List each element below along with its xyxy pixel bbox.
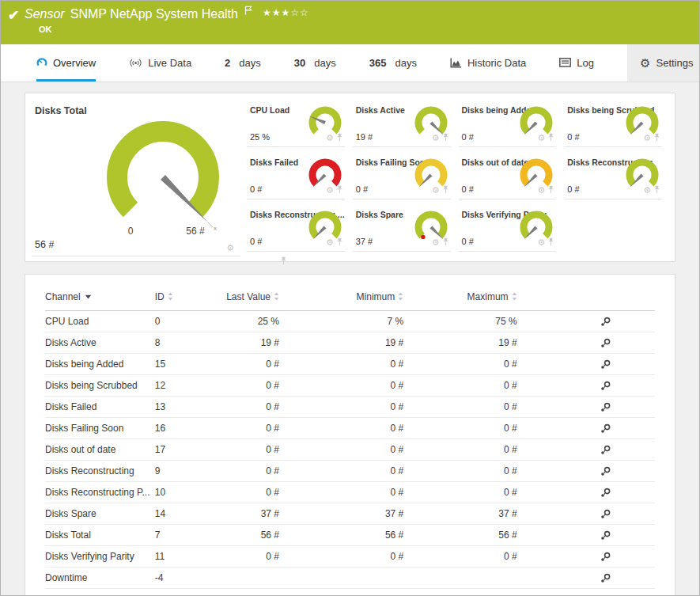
tab-live-data[interactable]: Live Data xyxy=(129,44,191,82)
edit-channel-button[interactable] xyxy=(600,552,611,562)
edit-channel-button[interactable] xyxy=(600,530,611,541)
cell-channel: Disks Total xyxy=(45,530,155,541)
gauge-current-value: 37 # xyxy=(356,237,373,246)
table-row-disks-failing-soon: Disks Failing Soon160 #0 #0 # xyxy=(45,418,655,439)
priority-stars[interactable]: ★★★☆☆ xyxy=(263,7,309,18)
edit-channel-button[interactable] xyxy=(600,338,611,348)
table-row-disks-being-added: Disks being Added150 #0 #0 # xyxy=(45,354,655,375)
column-header-maximum[interactable]: Maximum xyxy=(403,291,516,302)
gauge-pin-icon[interactable] xyxy=(336,235,343,249)
tab-days[interactable]: 30days xyxy=(294,44,336,82)
tab-settings[interactable]: ⚙Settings xyxy=(627,44,700,82)
edit-channel-button[interactable] xyxy=(600,359,611,370)
column-header-label[interactable]: ID xyxy=(155,291,165,302)
sensor-type-label: Sensor xyxy=(25,7,65,21)
pin-icon xyxy=(442,133,449,142)
gauge-current-value: 0 # xyxy=(356,184,368,194)
sort-icon xyxy=(398,292,403,301)
cell-maximum: 0 # xyxy=(403,487,516,498)
column-header-id[interactable]: ID xyxy=(155,291,214,302)
column-header-label[interactable]: Maximum xyxy=(467,291,509,302)
channel-settings-icon xyxy=(600,359,611,370)
channel-settings-icon xyxy=(600,530,611,541)
cell-maximum: 75 % xyxy=(403,316,516,327)
cell-maximum: 0 # xyxy=(403,423,516,434)
edit-channel-button[interactable] xyxy=(600,573,611,583)
cell-id: 14 xyxy=(155,508,214,519)
gauge-gear-icon[interactable]: ⚙ xyxy=(326,186,334,195)
cell-last-value: 0 # xyxy=(214,380,279,391)
gauge-gear-icon[interactable]: ⚙ xyxy=(432,134,440,142)
tab-label-number: 365 xyxy=(369,57,387,69)
gauge-gear-icon[interactable]: ⚙ xyxy=(537,134,545,142)
cell-last-value: 37 # xyxy=(214,508,279,519)
historic-chart-icon xyxy=(450,58,462,68)
cell-last-value: 0 # xyxy=(214,444,279,455)
flag-icon[interactable] xyxy=(244,5,253,19)
log-icon xyxy=(559,58,571,67)
gauge-pin-icon[interactable] xyxy=(653,131,660,145)
tab-days[interactable]: 2days xyxy=(225,44,261,82)
edit-channel-button[interactable] xyxy=(600,509,611,519)
edit-channel-button[interactable] xyxy=(600,423,611,434)
gauge-pin-icon[interactable] xyxy=(547,131,554,145)
gauge-gear-icon[interactable]: ⚙ xyxy=(643,186,651,195)
gauge-current-value: 0 # xyxy=(250,184,262,194)
cell-id: 12 xyxy=(155,380,214,391)
sensor-status-header: ✔ Sensor SNMP NetApp System Health ★★★☆☆… xyxy=(1,1,699,44)
channel-settings-icon xyxy=(600,466,611,476)
column-header-minimum[interactable]: Minimum xyxy=(279,291,403,302)
edit-channel-button[interactable] xyxy=(600,317,611,327)
edit-channel-button[interactable] xyxy=(600,445,611,455)
gauge-title: CPU Load xyxy=(250,105,289,115)
gauge-pin-icon[interactable] xyxy=(442,235,449,249)
cell-maximum: 0 # xyxy=(403,551,516,562)
gauge-gear-icon[interactable]: ⚙ xyxy=(537,238,545,247)
column-header-label[interactable]: Channel xyxy=(45,291,81,302)
column-header-last-value[interactable]: Last Value xyxy=(214,291,279,302)
tab-days[interactable]: 365days xyxy=(369,44,417,82)
cell-channel: Disks Spare xyxy=(45,508,155,519)
cell-maximum: 0 # xyxy=(403,359,516,370)
gauge-pin-icon[interactable] xyxy=(547,235,554,249)
gauge-gear-icon[interactable]: ⚙ xyxy=(226,244,234,252)
gauge-pin-icon[interactable] xyxy=(547,183,554,197)
gauge-gear-icon[interactable]: ⚙ xyxy=(432,186,440,195)
edit-channel-button[interactable] xyxy=(600,402,611,412)
cell-id: 10 xyxy=(155,487,214,498)
gauge-title: Disks Total xyxy=(35,105,87,116)
gauge-gear-icon[interactable]: ⚙ xyxy=(326,134,334,142)
tab-log[interactable]: Log xyxy=(559,44,594,82)
column-header-label[interactable]: Last Value xyxy=(226,291,271,302)
gauge-gear-icon[interactable]: ⚙ xyxy=(432,238,440,247)
gauge-pin-icon[interactable] xyxy=(336,131,343,145)
edit-channel-button[interactable] xyxy=(600,466,611,476)
gauge-gear-icon[interactable]: ⚙ xyxy=(326,238,334,247)
column-header-channel[interactable]: Channel xyxy=(45,291,155,302)
pin-icon xyxy=(442,237,449,246)
gauge-gear-icon[interactable]: ⚙ xyxy=(537,186,545,195)
gauge-pin-icon[interactable] xyxy=(442,131,449,145)
cell-id: 0 xyxy=(155,316,214,327)
gauge-gear-icon[interactable]: ⚙ xyxy=(643,134,651,142)
edit-channel-button[interactable] xyxy=(600,381,611,391)
gauge-title: Disks Spare xyxy=(356,210,403,219)
table-row-disks-spare: Disks Spare1437 #37 #37 # xyxy=(45,503,655,525)
tab-historic-data[interactable]: Historic Data xyxy=(450,44,526,82)
gauge-pin-icon[interactable] xyxy=(336,183,343,197)
cell-channel: Disks Reconstructing xyxy=(45,465,155,476)
cell-id: 11 xyxy=(155,551,214,562)
cell-channel: Disks being Added xyxy=(45,359,155,370)
status-badge: OK xyxy=(39,25,52,34)
column-header-label[interactable]: Minimum xyxy=(357,291,395,302)
channel-settings-icon xyxy=(600,573,611,583)
edit-channel-button[interactable] xyxy=(600,488,611,498)
gauge-pin-icon[interactable] xyxy=(442,183,449,197)
gauge-max-label: 56 # xyxy=(186,226,205,237)
channel-settings-icon xyxy=(600,509,611,519)
tab-overview[interactable]: Overview xyxy=(36,44,96,82)
gauge-cell-icons: ⚙ xyxy=(643,183,660,197)
table-row-downtime: Downtime-4 xyxy=(45,568,655,589)
cell-maximum: 19 # xyxy=(403,337,516,348)
gauge-pin-icon[interactable] xyxy=(653,183,660,197)
